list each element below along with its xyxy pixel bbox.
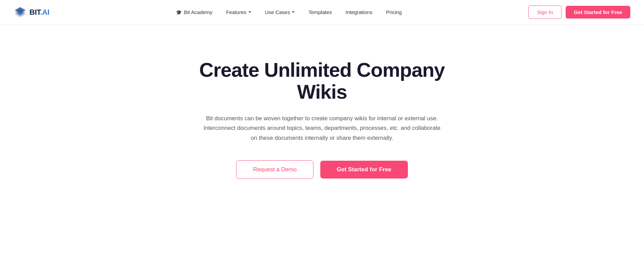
chevron-down-icon bbox=[292, 11, 295, 13]
nav-item-pricing[interactable]: Pricing bbox=[381, 7, 407, 18]
get-started-nav-button[interactable]: Get Started for Free bbox=[566, 6, 630, 19]
nav-actions: Sign In Get Started for Free bbox=[528, 5, 630, 19]
nav-links: 🎓 Bit Academy Features Use Cases Templat… bbox=[170, 7, 407, 18]
logo-icon bbox=[14, 6, 27, 19]
navbar: BIT.AI 🎓 Bit Academy Features Use Cases … bbox=[0, 0, 644, 25]
sign-in-button[interactable]: Sign In bbox=[528, 5, 562, 19]
hero-section: Create Unlimited Company Wikis Bit docum… bbox=[168, 25, 476, 206]
hero-buttons: Request a Demo Get Started for Free bbox=[236, 160, 408, 179]
hero-subtitle: Bit documents can be woven together to c… bbox=[202, 114, 442, 144]
get-started-hero-button[interactable]: Get Started for Free bbox=[320, 161, 408, 179]
nav-item-integrations[interactable]: Integrations bbox=[340, 7, 378, 18]
request-demo-button[interactable]: Request a Demo bbox=[236, 160, 313, 179]
nav-item-use-cases[interactable]: Use Cases bbox=[259, 7, 300, 18]
nav-item-academy[interactable]: 🎓 Bit Academy bbox=[170, 7, 218, 18]
chevron-down-icon bbox=[248, 11, 251, 13]
nav-item-features[interactable]: Features bbox=[221, 7, 257, 18]
nav-item-templates[interactable]: Templates bbox=[303, 7, 337, 18]
academy-icon: 🎓 bbox=[176, 10, 182, 15]
logo-text: BIT.AI bbox=[29, 8, 49, 17]
logo-link[interactable]: BIT.AI bbox=[14, 6, 49, 19]
hero-title: Create Unlimited Company Wikis bbox=[182, 59, 462, 103]
